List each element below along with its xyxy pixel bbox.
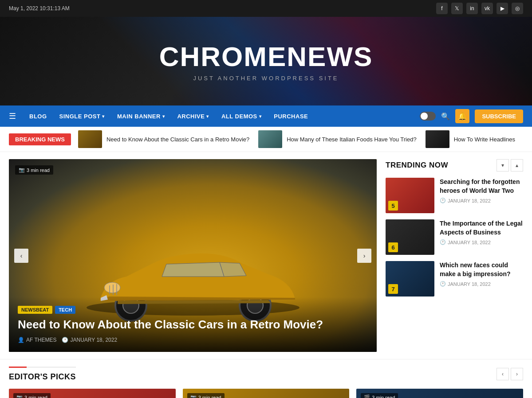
trending-item-3[interactable]: 7 Which new faces could make a big impre… — [386, 261, 523, 297]
linkedin-icon[interactable]: in — [466, 3, 478, 14]
datetime: May 1, 2022 10:31:13 AM — [9, 5, 70, 12]
read-time-text: 3 min read — [27, 168, 50, 173]
editors-card-1[interactable]: 📷 3 min read — [9, 389, 176, 398]
clock-icon: 🕐 — [440, 198, 446, 203]
editors-read-time-1: 📷 3 min read — [13, 393, 51, 398]
editors-read-time-2: 📷 3 min read — [187, 393, 225, 398]
hero-author: 👤 AF THEMES — [18, 337, 56, 343]
section-divider — [9, 367, 76, 368]
editors-card-2[interactable]: 📷 3 min read — [183, 389, 350, 398]
clock-icon: 🕐 — [440, 239, 446, 245]
trending-num-1: 5 — [388, 201, 398, 211]
editors-nav: ‹ › — [497, 368, 523, 380]
tag-newsbeat[interactable]: Newsbeat — [18, 306, 52, 314]
breaking-title-1: Need to Know About the Classic Cars in a… — [106, 136, 249, 143]
editors-card-3[interactable]: 🎬 3 min read — [356, 389, 523, 398]
header-banner: CHROMENEWS JUST ANOTHER WORDPRESS SITE — [0, 17, 532, 105]
camera-icon: 📷 — [19, 167, 25, 173]
author-icon: 👤 — [18, 337, 24, 343]
site-title: CHROMENEWS — [159, 41, 373, 72]
breaking-news-items: Need to Know About the Classic Cars in a… — [78, 130, 523, 148]
editors-title-wrap: EDITOR'S PICKS — [9, 367, 76, 382]
hero-next-button[interactable]: › — [357, 249, 371, 263]
breaking-title-2: How Many of These Italian Foods Have You… — [287, 136, 416, 143]
youtube-icon[interactable]: ▶ — [497, 3, 508, 14]
video-icon: 🎬 — [364, 394, 370, 398]
camera-icon: 📷 — [190, 394, 197, 398]
instagram-icon[interactable]: ◎ — [512, 3, 523, 14]
trending-thumb-3: 7 — [386, 261, 434, 297]
theme-toggle[interactable] — [420, 112, 436, 121]
hero-slider: 📷 3 min read ‹ › Newsbeat Tech Need to K… — [9, 159, 377, 352]
trending-next-button[interactable]: ▴ — [511, 159, 523, 172]
hero-overlay: Newsbeat Tech Need to Know About the Cla… — [9, 297, 377, 352]
toggle-dot — [421, 113, 428, 120]
trending-num-3: 7 — [388, 284, 398, 294]
hero-tags: Newsbeat Tech — [18, 306, 368, 314]
vk-icon[interactable]: vk — [481, 3, 493, 14]
twitter-icon[interactable]: 𝕏 — [451, 3, 463, 14]
trending-sidebar: TRENDING NOW ▾ ▴ 5 Searching for the for… — [386, 159, 523, 352]
breaking-item-2[interactable]: How Many of These Italian Foods Have You… — [258, 130, 416, 148]
breaking-item-1[interactable]: Need to Know About the Classic Cars in a… — [78, 130, 249, 148]
bell-icon[interactable]: 🔔 — [455, 109, 469, 123]
top-bar: May 1, 2022 10:31:13 AM f 𝕏 in vk ▶ ◎ — [0, 0, 532, 17]
trending-info-1: Searching for the forgotten heroes of Wo… — [440, 178, 523, 203]
trending-num-2: 6 — [388, 242, 398, 252]
trending-title: TRENDING NOW — [386, 161, 448, 170]
trending-info-3: Which new faces could make a big impress… — [440, 261, 523, 287]
hero-meta: 👤 AF THEMES 🕐 JANUARY 18, 2022 — [18, 337, 368, 343]
trending-item-2[interactable]: 6 The Importance of the Legal Aspects of… — [386, 219, 523, 255]
trending-header: TRENDING NOW ▾ ▴ — [386, 159, 523, 172]
svg-point-5 — [104, 282, 120, 293]
editors-header: EDITOR'S PICKS ‹ › — [9, 367, 523, 382]
read-time-badge: 📷 3 min read — [15, 165, 53, 175]
editors-prev-button[interactable]: ‹ — [497, 368, 509, 380]
trending-prev-button[interactable]: ▾ — [497, 159, 509, 172]
chevron-down-icon: ▾ — [259, 114, 262, 119]
tag-tech[interactable]: Tech — [55, 306, 75, 314]
camera-icon: 📷 — [16, 394, 23, 398]
nav-item-all-demos[interactable]: ALL DEMOS ▾ — [215, 105, 268, 127]
social-icons: f 𝕏 in vk ▶ ◎ — [436, 3, 523, 14]
site-subtitle: JUST ANOTHER WORDPRESS SITE — [193, 75, 339, 82]
breaking-thumb-3 — [426, 130, 449, 148]
navbar: ☰ BLOG SINGLE POST ▾ MAIN BANNER ▾ ARCHI… — [0, 105, 532, 127]
chevron-down-icon: ▾ — [102, 114, 105, 119]
editors-grid: 📷 3 min read 📷 3 min read 🎬 3 min read — [9, 389, 523, 398]
nav-item-single-post[interactable]: SINGLE POST ▾ — [53, 105, 111, 127]
breaking-news-bar: BREAKING NEWS Need to Know About the Cla… — [0, 127, 532, 152]
nav-item-main-banner[interactable]: MAIN BANNER ▾ — [111, 105, 171, 127]
editors-next-button[interactable]: › — [511, 368, 523, 380]
hero-title: Need to Know About the Classic Cars in a… — [18, 317, 368, 332]
editors-title: EDITOR'S PICKS — [9, 372, 76, 382]
trending-thumb-1: 5 — [386, 178, 434, 213]
trending-date-2: 🕐 JANUARY 18, 2022 — [440, 239, 523, 245]
nav-item-archive[interactable]: ARCHIVE ▾ — [171, 105, 215, 127]
hero-prev-button[interactable]: ‹ — [14, 249, 28, 263]
trending-post-title-2: The Importance of the Legal Aspects of B… — [440, 219, 523, 237]
clock-icon: 🕐 — [440, 281, 446, 287]
trending-post-title-3: Which new faces could make a big impress… — [440, 261, 523, 278]
trending-post-title-1: Searching for the forgotten heroes of Wo… — [440, 178, 523, 195]
trending-thumb-2: 6 — [386, 219, 434, 255]
nav-item-blog[interactable]: BLOG — [23, 105, 53, 127]
trending-date-1: 🕐 JANUARY 18, 2022 — [440, 198, 523, 203]
chevron-down-icon: ▾ — [162, 114, 165, 119]
facebook-icon[interactable]: f — [436, 3, 448, 14]
subscribe-button[interactable]: SUBSCRIBE — [475, 109, 523, 123]
nav-item-purchase[interactable]: PURCHASE — [268, 105, 314, 127]
hero-date: 🕐 JANUARY 18, 2022 — [62, 337, 117, 343]
breaking-title-3: How To Write Headlines — [454, 136, 515, 143]
hamburger-menu-icon[interactable]: ☰ — [9, 111, 16, 121]
trending-date-3: 🕐 JANUARY 18, 2022 — [440, 281, 523, 287]
editors-read-time-3: 🎬 3 min read — [361, 393, 398, 398]
chevron-down-icon: ▾ — [206, 114, 209, 119]
main-content: 📷 3 min read ‹ › Newsbeat Tech Need to K… — [0, 152, 532, 359]
trending-info-2: The Importance of the Legal Aspects of B… — [440, 219, 523, 245]
editors-section: EDITOR'S PICKS ‹ › 📷 3 min read 📷 3 min … — [0, 359, 532, 398]
trending-item-1[interactable]: 5 Searching for the forgotten heroes of … — [386, 178, 523, 213]
search-icon[interactable]: 🔍 — [441, 112, 450, 121]
clock-icon: 🕐 — [62, 337, 68, 343]
breaking-item-3[interactable]: How To Write Headlines — [426, 130, 515, 148]
